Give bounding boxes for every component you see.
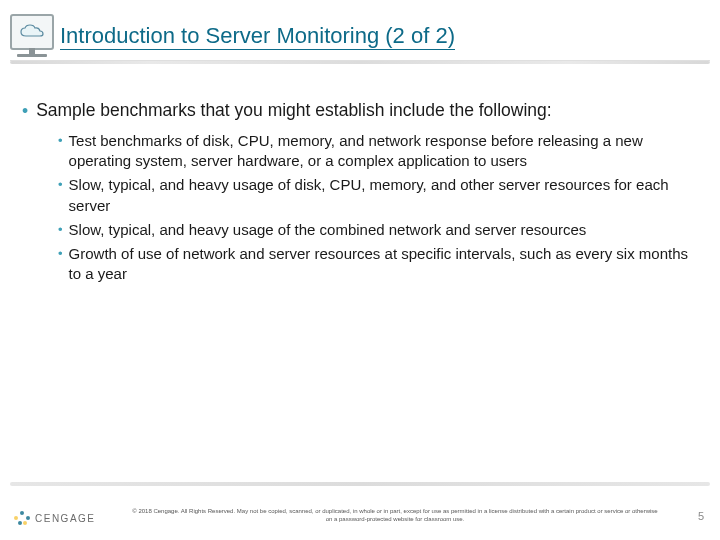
list-item-text: Slow, typical, and heavy usage of the co… xyxy=(69,220,698,240)
sub-bullet-list: • Test benchmarks of disk, CPU, memory, … xyxy=(22,131,698,285)
list-item-text: Test benchmarks of disk, CPU, memory, an… xyxy=(69,131,698,172)
bullet-icon: • xyxy=(58,220,63,240)
bullet-icon: • xyxy=(58,131,63,151)
footer-divider xyxy=(10,482,710,486)
slide-header: Introduction to Server Monitoring (2 of … xyxy=(0,0,720,50)
bullet-icon: • xyxy=(58,244,63,264)
list-item: • Test benchmarks of disk, CPU, memory, … xyxy=(58,131,698,172)
list-item: • Slow, typical, and heavy usage of disk… xyxy=(58,175,698,216)
list-item-text: Slow, typical, and heavy usage of disk, … xyxy=(69,175,698,216)
page-number: 5 xyxy=(698,510,704,522)
list-item: • Slow, typical, and heavy usage of the … xyxy=(58,220,698,240)
slide-title: Introduction to Server Monitoring (2 of … xyxy=(60,25,455,50)
list-item: • Growth of use of network and server re… xyxy=(58,244,698,285)
bullet-icon: • xyxy=(58,175,63,195)
brand-name: CENGAGE xyxy=(35,513,96,524)
lead-text: Sample benchmarks that you might establi… xyxy=(36,100,552,121)
list-item-text: Growth of use of network and server reso… xyxy=(69,244,698,285)
slide-body: • Sample benchmarks that you might estab… xyxy=(0,64,720,285)
brand-logo: CENGAGE xyxy=(14,510,96,526)
burst-icon xyxy=(14,510,30,526)
slide-footer: CENGAGE © 2018 Cengage. All Rights Reser… xyxy=(0,482,720,540)
slide: Introduction to Server Monitoring (2 of … xyxy=(0,0,720,540)
copyright-text: © 2018 Cengage. All Rights Reserved. May… xyxy=(130,508,660,524)
bullet-icon: • xyxy=(22,100,28,123)
lead-bullet: • Sample benchmarks that you might estab… xyxy=(22,100,698,123)
cloud-monitor-icon xyxy=(10,14,54,50)
